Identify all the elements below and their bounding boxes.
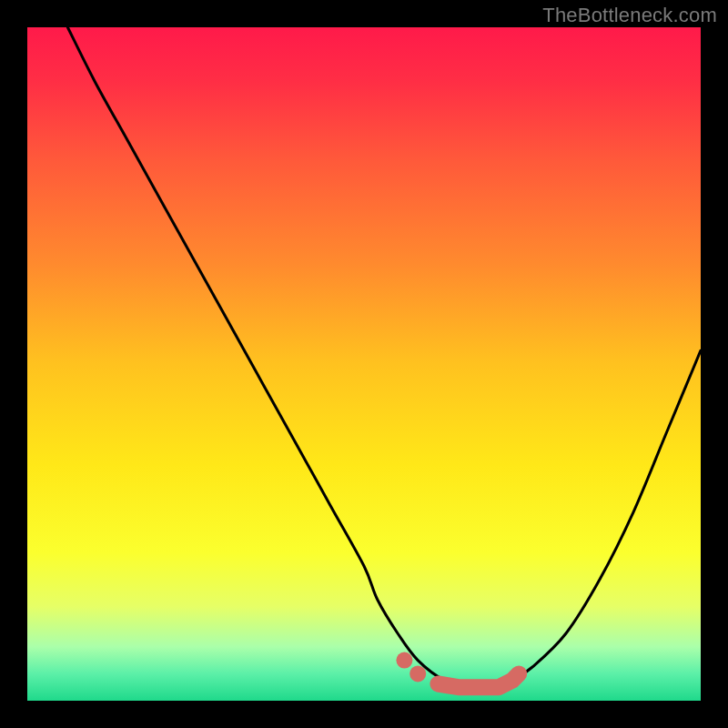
marker-dot <box>396 652 412 669</box>
chart-frame: TheBottleneck.com <box>0 0 728 728</box>
watermark-label: TheBottleneck.com <box>542 4 717 27</box>
plot-area <box>27 27 701 701</box>
marker-dot <box>410 665 426 682</box>
gradient-background <box>27 27 701 701</box>
bottleneck-chart <box>27 27 701 701</box>
